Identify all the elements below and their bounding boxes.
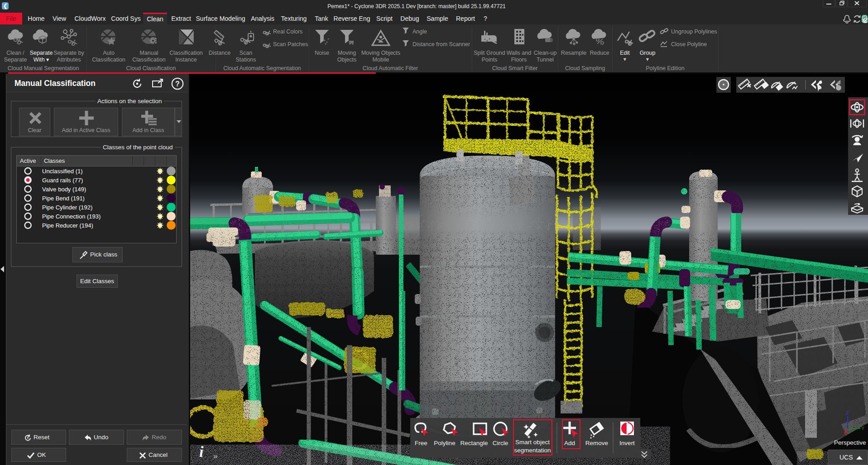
svg-text:Pipe Bend (191): Pipe Bend (191) <box>42 195 85 202</box>
svg-text:segmentation: segmentation <box>514 447 551 454</box>
svg-text:Pipe Reducer (194): Pipe Reducer (194) <box>42 222 93 229</box>
svg-text:Free: Free <box>415 440 427 446</box>
svg-text:X: X <box>843 431 847 437</box>
svg-text:Polyline: Polyline <box>434 440 455 446</box>
svg-text:Pipe Cylinder (192): Pipe Cylinder (192) <box>42 204 92 211</box>
svg-text:Invert: Invert <box>619 440 635 446</box>
svg-text:Y: Y <box>861 426 865 431</box>
svg-text:Unclassified (1): Unclassified (1) <box>42 168 83 175</box>
svg-text:Circle: Circle <box>493 440 508 446</box>
svg-text:Add: Add <box>564 440 575 446</box>
svg-text:?: ? <box>175 80 180 88</box>
svg-text:Z: Z <box>846 410 849 416</box>
svg-text:Valve body (149): Valve body (149) <box>42 186 86 193</box>
svg-text:Smart object: Smart object <box>515 439 550 446</box>
svg-text:Rectangle: Rectangle <box>460 440 488 446</box>
svg-text:Guard rails (77): Guard rails (77) <box>42 177 83 184</box>
svg-text:Pipe Connection (193): Pipe Connection (193) <box>42 213 101 220</box>
svg-text:Remove: Remove <box>585 440 608 446</box>
